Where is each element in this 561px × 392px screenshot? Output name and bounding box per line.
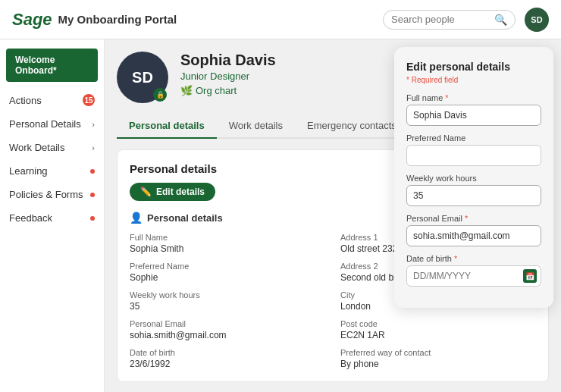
sidebar-item-personal-details[interactable]: Personal Details ›: [0, 112, 104, 136]
person-icon: 👤: [130, 212, 143, 224]
form-group-dob: Date of birth * 📅: [406, 254, 541, 287]
nav-avatar[interactable]: SD: [525, 8, 549, 32]
sidebar-item-label: Policies & Forms: [9, 189, 83, 200]
calendar-icon: 📅: [523, 269, 537, 283]
sidebar-item-label: Feedback: [9, 212, 52, 224]
required-note: * Required field: [406, 76, 541, 84]
detail-value: 23/6/1992: [130, 359, 325, 369]
section-header-label: Personal details: [147, 212, 223, 224]
sidebar-item-label: Actions: [9, 95, 42, 106]
detail-label: Personal Email: [130, 319, 325, 328]
detail-personal-email: Personal Email sohia.smith@gmail.com: [130, 319, 325, 340]
org-chart-icon: 🌿: [180, 85, 193, 96]
notification-dot: [90, 216, 95, 221]
detail-label: Full Name: [130, 233, 325, 242]
chevron-right-icon: ›: [92, 143, 95, 152]
main-layout: Welcome Onboard* Actions 15 Personal Det…: [0, 39, 561, 392]
lock-icon: 🔒: [153, 88, 167, 102]
detail-label: Preferred Name: [130, 262, 325, 271]
form-group-full-name: Full name *: [406, 93, 541, 126]
personal-email-input[interactable]: [406, 225, 541, 246]
form-label-preferred-name: Preferred Name: [406, 133, 541, 143]
detail-value: sohia.smith@gmail.com: [130, 330, 325, 340]
full-name-input[interactable]: [406, 105, 541, 126]
search-area[interactable]: 🔍: [383, 10, 516, 30]
chevron-right-icon: ›: [92, 120, 95, 129]
form-group-preferred-name: Preferred Name: [406, 133, 541, 166]
form-label-personal-email: Personal Email *: [406, 214, 541, 223]
required-asterisk: * Required field: [406, 76, 458, 84]
form-label-weekly-hours: Weekly work hours: [406, 174, 541, 183]
pencil-icon: ✏️: [140, 187, 152, 197]
search-icon: 🔍: [494, 14, 507, 26]
detail-weekly-hours: Weekly work hours 35: [130, 290, 325, 312]
edit-panel: Edit personal details * Required field F…: [394, 47, 553, 308]
date-input-wrapper: 📅: [406, 265, 541, 287]
profile-avatar: SD 🔒: [117, 52, 168, 103]
sidebar-welcome[interactable]: Welcome Onboard*: [6, 49, 98, 82]
content-area: SD 🔒 Sophia Davis Junior Designer 🌿 Org …: [105, 39, 561, 392]
notification-dot: [90, 169, 95, 174]
detail-value: Sophia Smith: [130, 243, 325, 254]
sidebar-item-label: Work Details: [9, 142, 64, 153]
form-label-full-name: Full name *: [406, 93, 541, 102]
detail-label: Post code: [340, 319, 536, 328]
tab-work-details[interactable]: Work details: [217, 114, 295, 139]
detail-postcode: Post code EC2N 1AR: [340, 319, 536, 340]
edit-btn-label: Edit details: [156, 187, 205, 197]
detail-label: Preferred way of contact: [340, 348, 536, 357]
required-marker: *: [465, 214, 468, 223]
detail-full-name: Full Name Sophia Smith: [130, 233, 325, 254]
sidebar-item-label: Learning: [9, 165, 48, 177]
preferred-name-input[interactable]: [406, 145, 541, 166]
detail-value: 35: [130, 301, 325, 312]
sidebar-item-policies-forms[interactable]: Policies & Forms: [0, 183, 104, 206]
sidebar: Welcome Onboard* Actions 15 Personal Det…: [0, 39, 105, 392]
tab-emergency-contacts[interactable]: Emergency contacts: [295, 114, 409, 139]
sidebar-item-learning[interactable]: Learning: [0, 159, 104, 183]
actions-badge: 15: [83, 94, 95, 106]
weekly-hours-input[interactable]: [406, 185, 541, 206]
avatar-initials: SD: [132, 69, 153, 86]
top-nav: Sage My Onboarding Portal 🔍 SD: [0, 0, 561, 39]
detail-dob: Date of birth 23/6/1992: [130, 348, 325, 369]
required-marker: *: [454, 254, 457, 263]
form-group-personal-email: Personal Email *: [406, 214, 541, 246]
dob-input[interactable]: [406, 265, 541, 287]
form-group-weekly-hours: Weekly work hours: [406, 174, 541, 206]
detail-label: Weekly work hours: [130, 290, 325, 299]
sidebar-item-feedback[interactable]: Feedback: [0, 206, 104, 230]
logo: Sage: [12, 10, 52, 30]
detail-preferred-name: Preferred Name Sophie: [130, 262, 325, 283]
sidebar-item-actions[interactable]: Actions 15: [0, 88, 104, 112]
tab-personal-details[interactable]: Personal details: [117, 114, 217, 139]
search-input[interactable]: [391, 14, 490, 25]
notification-dot: [90, 193, 95, 197]
portal-title: My Onboarding Portal: [58, 13, 177, 26]
edit-details-button[interactable]: ✏️ Edit details: [130, 183, 215, 201]
detail-contact-method: Preferred way of contact By phone: [340, 348, 536, 369]
detail-value: By phone: [340, 359, 536, 369]
form-label-dob: Date of birth *: [406, 254, 541, 263]
sidebar-item-work-details[interactable]: Work Details ›: [0, 136, 104, 159]
logo-area: Sage My Onboarding Portal: [12, 10, 374, 30]
sidebar-item-label: Personal Details: [9, 118, 81, 130]
detail-value: EC2N 1AR: [340, 330, 536, 340]
required-marker: *: [445, 93, 448, 102]
edit-panel-title: Edit personal details: [406, 61, 541, 73]
org-chart-label: Org chart: [196, 85, 237, 96]
detail-label: Date of birth: [130, 348, 325, 357]
detail-value: Sophie: [130, 272, 325, 283]
